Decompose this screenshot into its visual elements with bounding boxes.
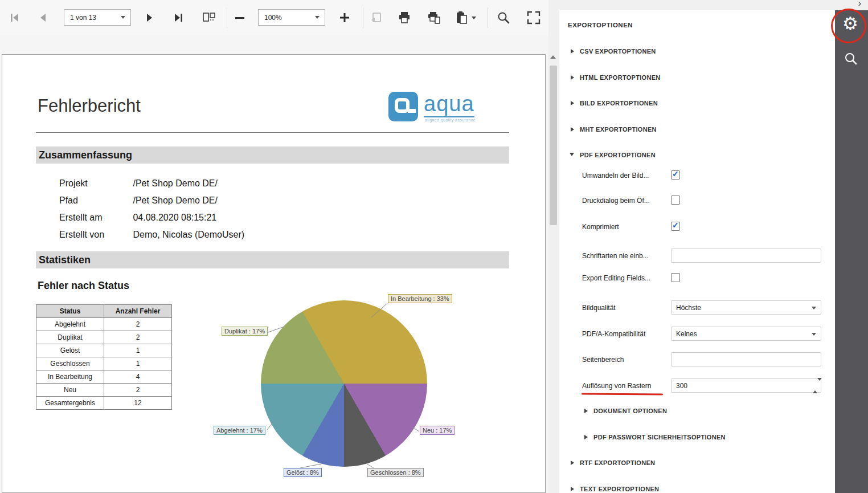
chevron-right-icon [584, 435, 588, 439]
subgroup-pdf-passwort[interactable]: PDF PASSWORT SICHERHEITSOPTIONEN [559, 430, 835, 445]
zoom-value: 100% [259, 14, 315, 22]
chevron-down-icon [121, 16, 125, 19]
option-schriftarten: Schriftarten nie einb... [559, 248, 835, 263]
summary-field: Pfad /Pet Shop Demo DE/ [59, 192, 218, 209]
option-druckdialog: Druckdialog beim Öf... [559, 193, 835, 208]
group-pdf-exportoptionen[interactable]: PDF EXPORTOPTIONEN [559, 148, 835, 162]
summary-field: Erstellt am 04.08.2020 08:15:21 [59, 209, 216, 226]
field-value: Demo, Nicolas (DemoUser) [133, 230, 244, 239]
toolbar: 1 von 13 100% [0, 0, 548, 35]
table-row: Geschlossen1 [36, 357, 172, 370]
chevron-right-icon [571, 461, 574, 465]
checkbox-checked[interactable] [671, 222, 680, 231]
group-mht-exportoptionen[interactable]: MHT EXPORTOPTIONEN [559, 122, 835, 137]
pie-label-geschlossen: Geschlossen : 8% [367, 468, 424, 477]
send-report-icon [369, 11, 384, 25]
print-button[interactable] [394, 8, 415, 27]
scrollbar-thumb[interactable] [550, 66, 557, 225]
zoom-in-button[interactable] [335, 8, 354, 27]
group-html-exportoptionen[interactable]: HTML EXPORTOPTIONEN [559, 70, 835, 85]
aufloesung-number-input[interactable]: 300 [671, 378, 821, 393]
option-export-editing-fields: Export Editing Fields... [559, 271, 835, 286]
group-bild-exportoptionen[interactable]: BILD EXPORTOPTIONEN [559, 96, 835, 111]
option-aufloesung-von-rastern: Auflösung von Rastern 300 [559, 378, 835, 393]
group-text-exportoptionen[interactable]: TEXT EXPORTOPTIONEN [559, 482, 835, 493]
collapse-panel-chevron[interactable]: › [858, 0, 861, 9]
subgroup-dokument-optionen[interactable]: DOKUMENT OPTIONEN [559, 404, 835, 418]
schriftarten-input[interactable] [671, 248, 821, 263]
table-row: In Bearbeitung4 [36, 370, 172, 384]
print-with-preview-button[interactable] [424, 8, 444, 27]
pie-chart [261, 300, 427, 467]
chevron-down-icon [812, 307, 816, 309]
multiple-pages-icon [202, 11, 216, 25]
printer-page-icon [427, 11, 441, 25]
number-spinner[interactable] [813, 381, 818, 391]
plus-icon [338, 11, 351, 24]
export-button[interactable] [452, 8, 478, 27]
seitenbereich-input[interactable] [671, 352, 821, 366]
send-report-button[interactable] [367, 8, 386, 27]
field-value: /Pet Shop Demo DE/ [133, 195, 218, 205]
scrollbar-track[interactable] [548, 0, 559, 493]
fullscreen-icon [526, 10, 541, 25]
option-bildqualitaet: Bildqualität Höchste [559, 300, 835, 315]
table-row: Neu2 [36, 384, 172, 397]
document-page: Fehlerbericht aqua aligned quality assur… [2, 54, 546, 493]
panel-title: EXPORTOPTIONEN [568, 22, 633, 28]
pdfa-select[interactable]: Keines [671, 327, 821, 341]
spinner-down-icon[interactable] [817, 378, 822, 390]
chevron-right-icon [571, 487, 574, 491]
settings-gear-icon[interactable]: ⚙ [842, 15, 858, 32]
toolbar-separator [363, 7, 363, 28]
option-seitenbereich: Seitenbereich [559, 352, 835, 367]
fullscreen-button[interactable] [523, 8, 544, 27]
aqua-logo: aqua aligned quality assurance [388, 91, 492, 125]
section-header-stats: Statistiken [36, 251, 509, 268]
scroll-up-arrow[interactable] [550, 55, 556, 59]
toolbar-separator [227, 7, 227, 28]
search-button[interactable] [493, 8, 514, 27]
group-csv-exportoptionen[interactable]: CSV EXPORTOPTIONEN [559, 44, 835, 59]
option-pdfa-kompatibilitaet: PDF/A-Kompatibilität Keines [559, 327, 835, 341]
pie-label-geloest: Gelöst : 8% [284, 468, 322, 477]
group-rtf-exportoptionen[interactable]: RTF EXPORTOPTIONEN [559, 455, 835, 470]
field-label: Erstellt am [59, 209, 130, 226]
spinner-up-icon[interactable] [813, 381, 817, 393]
page-number-dropdown[interactable]: 1 von 13 [64, 9, 131, 26]
chevron-right-icon [584, 409, 588, 413]
aqua-logo-icon [388, 92, 418, 121]
last-page-icon [172, 11, 185, 24]
checkbox-unchecked[interactable] [671, 273, 680, 282]
multiple-pages-button[interactable] [198, 8, 220, 27]
export-options-panel: EXPORTOPTIONEN CSV EXPORTOPTIONEN HTML E… [559, 10, 835, 493]
field-label: Pfad [59, 192, 130, 209]
option-komprimiert: Komprimiert [559, 219, 835, 234]
viewer-area: 1 von 13 100% [0, 0, 548, 493]
pie-label-duplikat: Duplikat : 17% [222, 327, 268, 336]
option-umwandeln-der-bild: Umwandeln der Bild... [559, 168, 835, 183]
bildqualitaet-select[interactable]: Höchste [671, 300, 821, 315]
status-table: Status Anzahl Fehler Abgelehnt2 Duplikat… [36, 304, 172, 410]
zoom-out-button[interactable] [231, 8, 248, 27]
previous-page-button[interactable] [34, 8, 52, 27]
clipboard-export-icon [455, 11, 469, 25]
report-title: Fehlerbericht [38, 96, 141, 116]
previous-page-icon [37, 11, 50, 24]
first-page-icon [9, 11, 21, 24]
zoom-dropdown[interactable]: 100% [258, 9, 325, 26]
checkbox-checked[interactable] [671, 170, 680, 180]
chart-heading: Fehler nach Status [38, 280, 129, 292]
last-page-button[interactable] [169, 8, 188, 27]
next-page-button[interactable] [140, 8, 158, 27]
sidebar-search-icon[interactable] [844, 51, 858, 66]
first-page-button[interactable] [6, 8, 24, 27]
summary-field: Projekt /Pet Shop Demo DE/ [59, 175, 218, 192]
field-label: Erstellt von [59, 226, 130, 243]
section-header-summary: Zusammenfassung [36, 146, 509, 164]
table-row: Abgelehnt2 [36, 318, 172, 331]
status-pie-chart-area: In Bearbeitung : 33% Duplikat : 17% Abge… [207, 291, 466, 485]
checkbox-unchecked[interactable] [671, 195, 680, 205]
field-label: Projekt [59, 175, 130, 192]
title-divider [36, 132, 509, 133]
